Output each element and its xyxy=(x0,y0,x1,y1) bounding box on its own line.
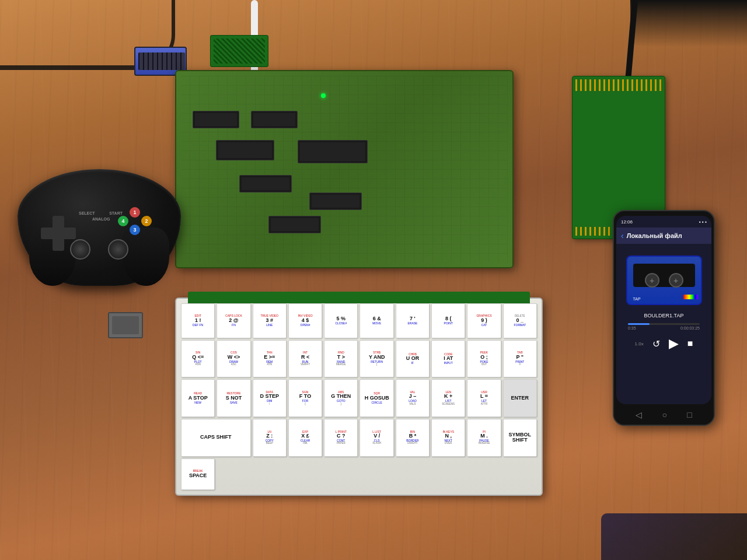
analog-stick-left[interactable] xyxy=(70,239,90,260)
key-enter[interactable]: ENTER xyxy=(503,379,537,417)
cassette-graphic: TAP xyxy=(626,256,702,305)
key-i[interactable]: CODEI ATINPUT xyxy=(431,340,465,378)
gamepad-body: 1 2 3 4 SELECT ANALOG START xyxy=(18,169,181,286)
key-g[interactable]: ABSG THENGOTO} xyxy=(324,379,358,417)
phone-status-bar: 12:06 ▪ ▪ ▪ xyxy=(616,216,711,228)
phone-play-button[interactable]: ▶ xyxy=(669,336,679,351)
phone-controls[interactable]: 1.0x ↺ ▶ ■ xyxy=(632,333,696,354)
key-m[interactable]: PIM .PAUSEINVERSE xyxy=(467,419,501,457)
cassette-rainbow xyxy=(683,295,698,299)
led-power xyxy=(321,93,326,98)
key-9[interactable]: GRAPHICS9 )CAT xyxy=(467,303,501,338)
gamepad-btn-3[interactable]: 3 xyxy=(130,225,140,235)
key-6[interactable]: 6 &MOVE xyxy=(359,303,393,338)
top-right-corner xyxy=(630,0,747,47)
key-u[interactable]: CHR$U ORIF xyxy=(396,340,430,378)
key-b[interactable]: BINB *BORDERDRIGHT xyxy=(396,419,430,457)
key-e[interactable]: TANE >=REMATN xyxy=(253,340,287,378)
key-5[interactable]: 5 %CLOSE# xyxy=(324,303,358,338)
cable-connector-box xyxy=(108,312,143,338)
phone-rewind-button[interactable]: ↺ xyxy=(652,338,660,349)
phone-header[interactable]: ‹ Локальный файл xyxy=(616,228,711,244)
ic-chip-1 xyxy=(193,111,239,128)
pcb-pins xyxy=(575,79,662,91)
analog-stick-right[interactable] xyxy=(108,239,128,260)
main-pcb-board xyxy=(175,70,514,268)
key-8[interactable]: 8 (POINT xyxy=(431,303,465,338)
key-z[interactable]: LNZ :COPYBEEP xyxy=(253,419,287,457)
ps2-gamepad[interactable]: 1 2 3 4 SELECT ANALOG START xyxy=(12,158,187,309)
gamepad-handle-right xyxy=(123,228,169,286)
key-4[interactable]: INV VIDEO4 $OPEN# xyxy=(288,303,322,338)
key-sym-shift[interactable]: SYMBOL SHIFT xyxy=(503,419,537,457)
key-t[interactable]: RNDT >RANDMERGE xyxy=(324,340,358,378)
gamepad-btn-4[interactable]: 4 xyxy=(118,216,128,226)
smartphone[interactable]: 12:06 ▪ ▪ ▪ ‹ Локальный файл TAP BOULDER… xyxy=(613,210,715,426)
key-y[interactable]: STR$Y ANDRETURN[ xyxy=(359,340,393,378)
progress-bar-fill xyxy=(628,323,650,325)
gamepad-btn-2[interactable]: 2 xyxy=(141,216,152,226)
key-k[interactable]: LENK +LISTSCREENS xyxy=(431,379,465,417)
pcb-grid xyxy=(181,76,508,262)
cassette-window xyxy=(633,264,695,287)
key-n[interactable]: IN KEYSN ,NEXTOVER xyxy=(431,419,465,457)
ic-chip-main-z80 xyxy=(298,140,368,163)
analog-label: ANALOG xyxy=(92,217,110,221)
phone-progress-area: 0:35 0:00:03:25 xyxy=(622,320,706,333)
gamepad-btn-1[interactable]: 1 xyxy=(130,207,140,218)
ic-chip-6 xyxy=(268,216,321,233)
ic-chip-4 xyxy=(239,175,292,192)
bottom-right-keyboard-hint xyxy=(601,513,747,560)
phone-stop-button[interactable]: ■ xyxy=(687,338,693,349)
zx-spectrum-keyboard[interactable]: EDIT1 !DEF FN CAPS LOCK2 @FN TRUE VIDEO3… xyxy=(175,298,543,496)
key-a[interactable]: READA STOPNEW xyxy=(181,379,215,417)
phone-status-icons: ▪ ▪ ▪ xyxy=(699,219,707,225)
phone-back-button[interactable]: ‹ xyxy=(621,231,624,240)
cassette-reel-left xyxy=(645,273,659,288)
ic-chip-2 xyxy=(251,111,298,128)
dpad-vertical xyxy=(53,216,64,251)
phone-recent-nav[interactable]: □ xyxy=(687,410,692,419)
key-grid: EDIT1 !DEF FN CAPS LOCK2 @FN TRUE VIDEO3… xyxy=(181,303,537,490)
key-q[interactable]: SINQ <=PLOTASN xyxy=(181,340,215,378)
key-s[interactable]: RESTORES NOTSAVE xyxy=(217,379,250,417)
key-w[interactable]: COSW <>DRAWASC xyxy=(217,340,250,378)
phone-back-nav[interactable]: ◁ xyxy=(636,410,642,419)
key-o[interactable]: PEEKO ;POKEOUT xyxy=(467,340,501,378)
phone-speed-label[interactable]: 1.0x xyxy=(635,341,644,346)
key-1[interactable]: EDIT1 !DEF FN xyxy=(181,303,215,338)
key-d[interactable]: DATAD STEPDIM\ xyxy=(253,379,287,417)
key-space[interactable]: BREAKSPACE xyxy=(181,459,215,490)
phone-home-nav[interactable]: ○ xyxy=(662,410,667,419)
ic-chip-3 xyxy=(216,140,274,160)
key-0[interactable]: DELETE0 _FORMAT xyxy=(503,303,537,338)
phone-bottom-bar: ◁ ○ □ xyxy=(614,404,714,425)
pcb-module-small xyxy=(210,35,268,67)
key-f[interactable]: SGNF TOFOR{ xyxy=(288,379,322,417)
keyboard-pcb-strip xyxy=(188,292,530,303)
progress-bar-background xyxy=(628,323,700,325)
cassette-label: TAP xyxy=(633,297,641,301)
phone-time: 12:06 xyxy=(621,219,633,225)
key-l[interactable]: USRL =LETATTR xyxy=(467,379,501,417)
key-2[interactable]: CAPS LOCK2 @FN xyxy=(217,303,250,338)
key-x[interactable]: EXPX £CLEARINK xyxy=(288,419,322,457)
key-v[interactable]: L LISTV /CLSFLASH xyxy=(359,419,393,457)
key-r[interactable]: INTR <RUNVERIFY xyxy=(288,340,322,378)
key-3[interactable]: TRUE VIDEO3 #LINE xyxy=(253,303,287,338)
current-time: 0:35 xyxy=(628,326,636,330)
key-c[interactable]: L PRINTC ?CONTPAPER xyxy=(324,419,358,457)
key-h[interactable]: SQRH GOSUBCIRCLE xyxy=(359,379,393,417)
total-time: 0:00:03:25 xyxy=(680,326,700,330)
progress-times: 0:35 0:00:03:25 xyxy=(628,326,700,330)
key-caps-shift[interactable]: CAPS SHIFT xyxy=(181,419,251,457)
ic-chip-5 xyxy=(309,192,362,210)
key-7[interactable]: 7 'ERASE xyxy=(396,303,430,338)
key-p[interactable]: TABP "PRINT© xyxy=(503,340,537,378)
phone-screen: 12:06 ▪ ▪ ▪ ‹ Локальный файл TAP BOULDER… xyxy=(616,216,711,404)
cassette-reel-right xyxy=(669,273,683,288)
phone-header-title: Локальный файл xyxy=(627,232,682,239)
key-j[interactable]: VALJ –LOADVALS xyxy=(396,379,430,417)
phone-filename: BOULDER1.TAP xyxy=(644,313,684,318)
phone-content: TAP BOULDER1.TAP 0:35 0:00:03:25 1.0x ↺ … xyxy=(616,244,711,360)
